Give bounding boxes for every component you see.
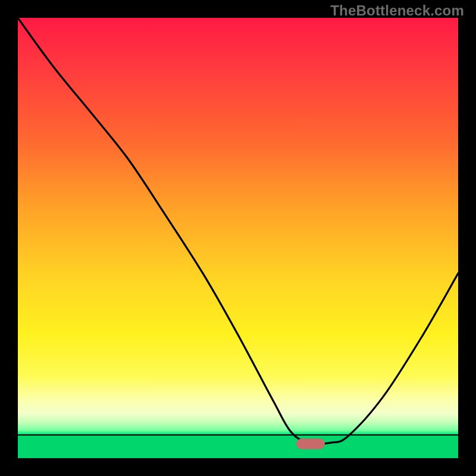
optimum-marker [296, 439, 325, 449]
curve-svg [18, 18, 458, 458]
plot-area [18, 18, 458, 458]
watermark-text: TheBottleneck.com [330, 2, 464, 19]
chart-frame: TheBottleneck.com [0, 0, 476, 476]
curve-path [18, 18, 458, 444]
